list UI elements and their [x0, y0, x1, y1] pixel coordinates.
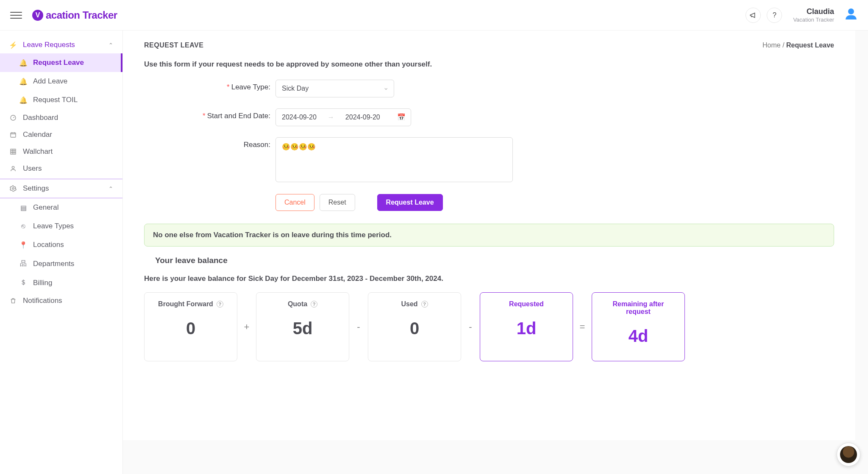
user-block: Claudia Vacation Tracker: [793, 7, 834, 23]
user-name: Claudia: [793, 7, 834, 17]
reason-label: Reason:: [244, 141, 270, 149]
sidebar-item-label: Request TOIL: [33, 96, 78, 104]
minus-icon: -: [354, 322, 363, 333]
user-avatar-icon[interactable]: [844, 8, 858, 22]
sidebar-label: Leave Requests: [23, 41, 75, 49]
announce-icon[interactable]: [746, 8, 761, 23]
svg-rect-1: [11, 133, 16, 137]
plus-icon: +: [242, 322, 251, 333]
minus-icon: -: [466, 322, 475, 333]
sidebar-item-general[interactable]: ▤ General: [0, 198, 122, 217]
pin-icon: 📍: [19, 241, 27, 249]
sidebar-item-locations[interactable]: 📍 Locations: [0, 236, 122, 254]
bell-icon: 🔔: [19, 59, 27, 67]
sidebar-item-label: Calendar: [23, 130, 52, 139]
breadcrumb-home[interactable]: Home: [762, 42, 781, 49]
breadcrumb: Home / Request Leave: [762, 42, 834, 49]
sidebar-item-wallchart[interactable]: Wallchart: [0, 143, 122, 160]
help-icon[interactable]: ?: [421, 301, 428, 308]
help-icon[interactable]: ?: [311, 301, 317, 308]
brand[interactable]: V acation Tracker: [32, 9, 117, 21]
reset-button[interactable]: Reset: [320, 194, 355, 211]
sidebar-item-request-toil[interactable]: 🔔 Request TOIL: [0, 91, 122, 109]
leave-type-label: Leave Type:: [231, 83, 270, 91]
sidebar-item-label: Users: [23, 164, 42, 173]
sidebar-item-label: Request Leave: [33, 58, 84, 67]
calendar-icon: [9, 131, 17, 138]
list-icon: ▤: [19, 204, 27, 212]
org-icon: 品: [19, 259, 27, 268]
card-title-text: Remaining after request: [601, 300, 676, 316]
sidebar-label: Settings: [23, 184, 49, 193]
sidebar-item-label: Dashboard: [23, 114, 58, 122]
menu-toggle-button[interactable]: [10, 9, 22, 21]
user-icon: [9, 165, 17, 172]
arrow-right-icon: →: [328, 114, 334, 121]
sidebar-item-label: Billing: [33, 279, 52, 287]
sidebar-item-calendar[interactable]: Calendar: [0, 126, 122, 143]
sidebar-item-billing[interactable]: ＄ Billing: [0, 273, 122, 292]
sidebar-group-leave-requests[interactable]: ⚡ Leave Requests ⌃: [0, 36, 122, 53]
brand-logo-icon: V: [32, 10, 43, 21]
card-title-text: Requested: [509, 300, 544, 308]
card-quota: Quota ? 5d: [256, 292, 349, 361]
chat-widget-button[interactable]: [837, 443, 860, 466]
sidebar-group-settings[interactable]: Settings ⌃: [0, 179, 122, 198]
grid-icon: [9, 148, 17, 155]
sidebar-item-notifications[interactable]: Notifications: [0, 292, 122, 309]
balance-cards: Brought Forward ? 0 + Quota ? 5d - U: [144, 292, 834, 361]
card-value: 0: [153, 319, 228, 338]
share-icon: ⎋: [19, 222, 27, 230]
help-icon[interactable]: ?: [767, 8, 782, 23]
chevron-up-icon: ⌃: [108, 186, 113, 192]
card-brought-forward: Brought Forward ? 0: [144, 292, 237, 361]
brand-text: acation Tracker: [46, 9, 117, 21]
card-remaining: Remaining after request 4d: [592, 292, 685, 361]
cancel-button[interactable]: Cancel: [275, 194, 314, 211]
sidebar-item-leave-types[interactable]: ⎋ Leave Types: [0, 217, 122, 236]
sidebar-item-label: Wallchart: [23, 147, 53, 156]
card-value: 1d: [489, 319, 564, 338]
page-title: REQUEST LEAVE: [144, 42, 203, 49]
card-value: 4d: [601, 327, 676, 346]
date-end-value: 2024-09-20: [345, 114, 380, 121]
sidebar-item-add-leave[interactable]: 🔔 Add Leave: [0, 72, 122, 91]
main-content: REQUEST LEAVE Home / Request Leave Use t…: [123, 30, 868, 474]
reason-textarea[interactable]: 🤒🤒🤒🤒: [275, 137, 513, 182]
balance-desc: Here is your leave balance for Sick Day …: [144, 274, 834, 283]
sidebar-item-request-leave[interactable]: 🔔 Request Leave: [0, 53, 122, 72]
card-value: 0: [377, 319, 452, 338]
dashboard-icon: [9, 114, 17, 121]
sidebar: ⚡ Leave Requests ⌃ 🔔 Request Leave 🔔 Add…: [0, 30, 123, 474]
card-used: Used ? 0: [368, 292, 461, 361]
breadcrumb-current: Request Leave: [786, 42, 834, 49]
card-title-text: Brought Forward: [158, 300, 213, 308]
sidebar-item-label: Notifications: [23, 297, 62, 305]
svg-point-4: [12, 188, 14, 189]
user-sub: Vacation Tracker: [793, 17, 834, 23]
sidebar-item-departments[interactable]: 品 Departments: [0, 254, 122, 273]
sidebar-item-label: Departments: [33, 260, 74, 268]
sidebar-item-users[interactable]: Users: [0, 160, 122, 177]
gear-icon: [9, 185, 17, 192]
dollar-icon: ＄: [19, 278, 27, 287]
trash-icon: [9, 297, 17, 304]
sidebar-item-label: Add Leave: [33, 77, 67, 86]
submit-button[interactable]: Request Leave: [377, 194, 443, 211]
equals-icon: =: [578, 322, 587, 333]
request-leave-form: *Leave Type: Sick Day *Start and End Dat…: [144, 80, 526, 211]
bell-icon: 🔔: [19, 78, 27, 86]
sidebar-item-dashboard[interactable]: Dashboard: [0, 109, 122, 126]
date-range-picker[interactable]: 2024-09-20 → 2024-09-20 📅: [275, 108, 411, 126]
leave-type-select[interactable]: Sick Day: [275, 80, 394, 97]
leave-type-value: Sick Day: [282, 85, 309, 92]
breadcrumb-sep: /: [782, 42, 786, 49]
sidebar-item-label: General: [33, 203, 58, 212]
calendar-icon: 📅: [397, 113, 406, 121]
card-value: 5d: [265, 319, 340, 338]
help-icon[interactable]: ?: [217, 301, 223, 308]
card-title-text: Used: [401, 300, 417, 308]
sidebar-item-label: Locations: [33, 241, 64, 249]
chat-avatar-icon: [840, 446, 857, 463]
availability-alert: No one else from Vacation Tracker is on …: [144, 224, 834, 247]
